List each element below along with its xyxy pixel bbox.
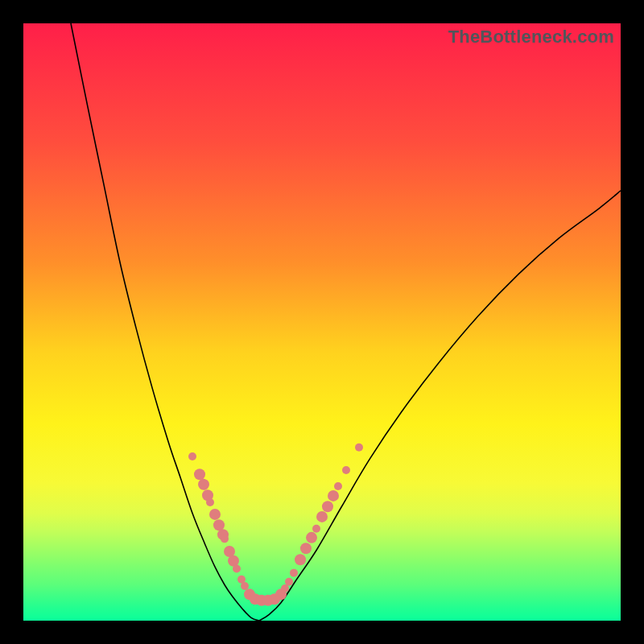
left-curve (71, 23, 259, 621)
data-marker (306, 532, 317, 543)
data-marker (328, 490, 339, 502)
data-marker (188, 452, 196, 460)
data-marker (290, 569, 298, 577)
markers-group (188, 444, 363, 606)
data-marker (300, 543, 312, 554)
data-marker (194, 469, 205, 480)
data-marker (312, 525, 320, 533)
data-marker (198, 479, 209, 490)
data-marker (221, 535, 229, 543)
data-marker (285, 578, 293, 586)
data-marker (342, 466, 350, 474)
data-marker (233, 564, 241, 572)
data-marker (322, 501, 333, 512)
data-marker (316, 511, 328, 522)
data-marker (241, 582, 249, 590)
data-marker (355, 444, 363, 452)
data-marker (206, 498, 214, 506)
chart-svg (23, 23, 621, 621)
right-curve (259, 191, 621, 621)
data-marker (334, 482, 342, 490)
data-marker (295, 554, 306, 565)
data-marker (209, 509, 221, 520)
